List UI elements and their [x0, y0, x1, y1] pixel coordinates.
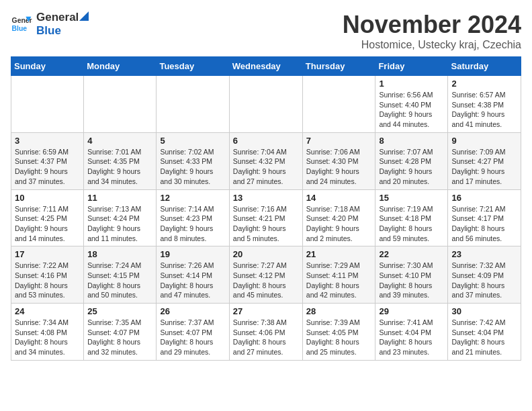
day-info: Sunrise: 6:56 AM Sunset: 4:40 PM Dayligh…	[379, 90, 444, 130]
calendar-week-row-3: 10Sunrise: 7:11 AM Sunset: 4:25 PM Dayli…	[11, 189, 521, 246]
day-info: Sunrise: 7:30 AM Sunset: 4:10 PM Dayligh…	[379, 261, 444, 300]
calendar-cell: 6Sunrise: 7:04 AM Sunset: 4:32 PM Daylig…	[229, 132, 302, 189]
calendar-cell	[84, 76, 157, 133]
day-number: 10	[15, 193, 80, 203]
day-info: Sunrise: 7:19 AM Sunset: 4:18 PM Dayligh…	[379, 204, 444, 244]
title-block: November 2024 Hostomice, Ustecky kraj, C…	[343, 11, 521, 51]
calendar-week-row-4: 17Sunrise: 7:22 AM Sunset: 4:16 PM Dayli…	[11, 246, 521, 304]
calendar-cell: 14Sunrise: 7:18 AM Sunset: 4:20 PM Dayli…	[302, 189, 375, 246]
calendar-cell: 25Sunrise: 7:35 AM Sunset: 4:07 PM Dayli…	[84, 304, 157, 361]
day-number: 12	[160, 193, 225, 203]
svg-marker-3	[79, 11, 89, 21]
weekday-header-row: SundayMondayTuesdayWednesdayThursdayFrid…	[11, 57, 521, 76]
day-info: Sunrise: 7:24 AM Sunset: 4:15 PM Dayligh…	[87, 261, 152, 300]
day-number: 18	[87, 249, 152, 259]
day-number: 26	[160, 306, 225, 316]
calendar-table: SundayMondayTuesdayWednesdayThursdayFrid…	[11, 56, 521, 361]
calendar-cell: 8Sunrise: 7:07 AM Sunset: 4:28 PM Daylig…	[375, 132, 448, 189]
weekday-header-friday: Friday	[375, 57, 448, 76]
page-header: General Blue General Blue November 2024 …	[11, 11, 521, 51]
day-number: 11	[87, 193, 152, 203]
day-info: Sunrise: 7:22 AM Sunset: 4:16 PM Dayligh…	[15, 261, 80, 300]
day-info: Sunrise: 7:29 AM Sunset: 4:11 PM Dayligh…	[306, 261, 372, 300]
calendar-cell: 7Sunrise: 7:06 AM Sunset: 4:30 PM Daylig…	[302, 132, 375, 189]
day-info: Sunrise: 7:06 AM Sunset: 4:30 PM Dayligh…	[306, 147, 372, 187]
day-info: Sunrise: 7:11 AM Sunset: 4:25 PM Dayligh…	[15, 204, 80, 244]
location: Hostomice, Ustecky kraj, Czechia	[343, 39, 521, 51]
calendar-cell	[302, 76, 375, 133]
logo-blue-text: Blue	[36, 24, 61, 37]
day-info: Sunrise: 7:41 AM Sunset: 4:04 PM Dayligh…	[379, 318, 444, 357]
calendar-week-row-1: 1Sunrise: 6:56 AM Sunset: 4:40 PM Daylig…	[11, 76, 521, 133]
day-info: Sunrise: 7:42 AM Sunset: 4:04 PM Dayligh…	[451, 318, 517, 357]
logo-general-text: General	[36, 11, 79, 24]
logo: General Blue General Blue	[11, 11, 89, 38]
day-info: Sunrise: 7:18 AM Sunset: 4:20 PM Dayligh…	[306, 204, 372, 244]
day-info: Sunrise: 7:38 AM Sunset: 4:06 PM Dayligh…	[233, 318, 299, 357]
calendar-cell	[11, 76, 84, 133]
calendar-cell: 29Sunrise: 7:41 AM Sunset: 4:04 PM Dayli…	[375, 304, 448, 361]
day-number: 13	[233, 193, 299, 203]
weekday-header-saturday: Saturday	[448, 57, 521, 76]
calendar-cell: 17Sunrise: 7:22 AM Sunset: 4:16 PM Dayli…	[11, 246, 84, 304]
calendar-cell: 9Sunrise: 7:09 AM Sunset: 4:27 PM Daylig…	[448, 132, 521, 189]
day-number: 22	[379, 249, 444, 259]
day-number: 20	[233, 249, 299, 259]
day-number: 25	[87, 306, 152, 316]
day-number: 17	[15, 249, 80, 259]
day-number: 9	[451, 136, 517, 146]
logo-icon: General Blue	[11, 13, 32, 35]
calendar-week-row-5: 24Sunrise: 7:34 AM Sunset: 4:08 PM Dayli…	[11, 304, 521, 361]
day-number: 27	[233, 306, 299, 316]
day-number: 21	[306, 249, 372, 259]
day-number: 14	[306, 193, 372, 203]
day-number: 16	[451, 193, 517, 203]
calendar-cell: 13Sunrise: 7:16 AM Sunset: 4:21 PM Dayli…	[229, 189, 302, 246]
day-number: 24	[15, 306, 80, 316]
calendar-cell: 19Sunrise: 7:26 AM Sunset: 4:14 PM Dayli…	[157, 246, 229, 304]
day-info: Sunrise: 7:32 AM Sunset: 4:09 PM Dayligh…	[451, 261, 517, 300]
calendar-cell: 18Sunrise: 7:24 AM Sunset: 4:15 PM Dayli…	[84, 246, 157, 304]
calendar-week-row-2: 3Sunrise: 6:59 AM Sunset: 4:37 PM Daylig…	[11, 132, 521, 189]
day-number: 6	[233, 136, 299, 146]
calendar-cell	[157, 76, 229, 133]
day-info: Sunrise: 7:34 AM Sunset: 4:08 PM Dayligh…	[15, 318, 80, 357]
calendar-cell: 1Sunrise: 6:56 AM Sunset: 4:40 PM Daylig…	[375, 76, 448, 133]
day-number: 30	[451, 306, 517, 316]
weekday-header-wednesday: Wednesday	[229, 57, 302, 76]
weekday-header-sunday: Sunday	[11, 57, 84, 76]
day-info: Sunrise: 7:35 AM Sunset: 4:07 PM Dayligh…	[87, 318, 152, 357]
calendar-cell: 15Sunrise: 7:19 AM Sunset: 4:18 PM Dayli…	[375, 189, 448, 246]
day-number: 5	[160, 136, 225, 146]
day-info: Sunrise: 7:26 AM Sunset: 4:14 PM Dayligh…	[160, 261, 225, 300]
day-number: 15	[379, 193, 444, 203]
day-number: 3	[15, 136, 80, 146]
calendar-cell: 11Sunrise: 7:13 AM Sunset: 4:24 PM Dayli…	[84, 189, 157, 246]
day-number: 8	[379, 136, 444, 146]
month-title: November 2024	[343, 11, 521, 39]
day-info: Sunrise: 7:02 AM Sunset: 4:33 PM Dayligh…	[160, 147, 225, 187]
calendar-cell: 28Sunrise: 7:39 AM Sunset: 4:05 PM Dayli…	[302, 304, 375, 361]
day-number: 19	[160, 249, 225, 259]
day-info: Sunrise: 7:01 AM Sunset: 4:35 PM Dayligh…	[87, 147, 152, 187]
calendar-cell: 22Sunrise: 7:30 AM Sunset: 4:10 PM Dayli…	[375, 246, 448, 304]
calendar-cell: 5Sunrise: 7:02 AM Sunset: 4:33 PM Daylig…	[157, 132, 229, 189]
calendar-cell: 3Sunrise: 6:59 AM Sunset: 4:37 PM Daylig…	[11, 132, 84, 189]
day-info: Sunrise: 6:57 AM Sunset: 4:38 PM Dayligh…	[451, 90, 517, 130]
day-number: 28	[306, 306, 372, 316]
calendar-cell: 24Sunrise: 7:34 AM Sunset: 4:08 PM Dayli…	[11, 304, 84, 361]
day-info: Sunrise: 7:04 AM Sunset: 4:32 PM Dayligh…	[233, 147, 299, 187]
weekday-header-thursday: Thursday	[302, 57, 375, 76]
logo-triangle-icon	[79, 11, 89, 21]
calendar-cell: 12Sunrise: 7:14 AM Sunset: 4:23 PM Dayli…	[157, 189, 229, 246]
day-number: 2	[451, 79, 517, 89]
svg-text:Blue: Blue	[12, 25, 28, 32]
day-info: Sunrise: 7:21 AM Sunset: 4:17 PM Dayligh…	[451, 204, 517, 244]
day-info: Sunrise: 7:14 AM Sunset: 4:23 PM Dayligh…	[160, 204, 225, 244]
weekday-header-monday: Monday	[84, 57, 157, 76]
day-info: Sunrise: 6:59 AM Sunset: 4:37 PM Dayligh…	[15, 147, 80, 187]
calendar-cell: 23Sunrise: 7:32 AM Sunset: 4:09 PM Dayli…	[448, 246, 521, 304]
weekday-header-tuesday: Tuesday	[157, 57, 229, 76]
day-number: 7	[306, 136, 372, 146]
day-info: Sunrise: 7:07 AM Sunset: 4:28 PM Dayligh…	[379, 147, 444, 187]
